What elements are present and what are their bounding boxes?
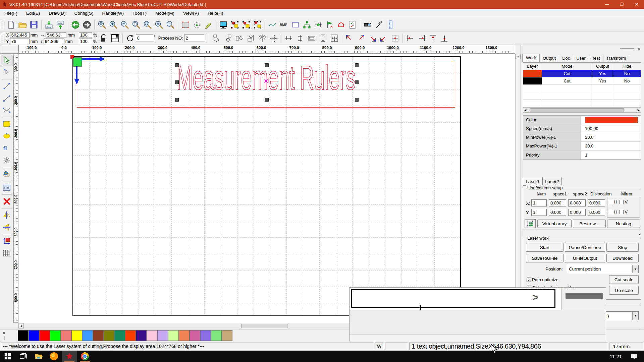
align-v-middle-icon[interactable] [317, 33, 329, 44]
edge-right-icon[interactable] [416, 33, 427, 44]
selection-handle[interactable] [175, 80, 179, 84]
align-center-icon[interactable] [329, 33, 340, 44]
corner-br-icon[interactable] [367, 33, 378, 44]
x-position-input[interactable]: 602.445 [10, 32, 30, 38]
array-preview-button[interactable] [525, 219, 536, 228]
pick-coordinate-icon[interactable] [373, 19, 385, 30]
delete-tool[interactable] [1, 196, 12, 207]
node-edit-pen-icon[interactable] [203, 19, 214, 30]
cut-scale-button[interactable]: Cut scale [609, 275, 639, 284]
tab-output[interactable]: Output [540, 55, 559, 62]
maximize-button[interactable]: ❐ [614, 0, 629, 9]
y-num-input[interactable]: 1 [531, 209, 547, 216]
color-swatch[interactable] [39, 330, 50, 341]
panel-close-icon[interactable]: ✕ [636, 46, 642, 51]
color-swatch[interactable] [125, 330, 136, 341]
download-button[interactable]: Download [606, 254, 639, 262]
scale-x-input[interactable]: 100 [79, 32, 92, 38]
mirror-width-icon[interactable] [234, 33, 245, 44]
ufile-output-button[interactable]: UFileOutput [565, 254, 605, 262]
y-dislocation-input[interactable]: 0.000 [588, 209, 605, 216]
height-input[interactable]: 94.866 [44, 39, 64, 44]
corner-bl-icon[interactable] [378, 33, 389, 44]
path-optimize-checkbox[interactable]: ✓ [527, 278, 531, 282]
rotate-angle-input[interactable]: 0 [136, 35, 153, 42]
color-swatch[interactable] [29, 330, 39, 341]
import-icon[interactable] [43, 19, 55, 30]
color-swatch[interactable] [61, 330, 71, 341]
line-tool[interactable] [1, 80, 12, 92]
zoom-view-icon[interactable] [165, 19, 176, 30]
canvas-vertical-scrollbar[interactable]: ▲ ▼ [515, 54, 521, 323]
save-to-ufile-button[interactable]: SaveToUFile [526, 254, 564, 262]
ellipse-tool[interactable] [1, 130, 12, 142]
x-space1-input[interactable]: 0.000 [549, 199, 566, 206]
menu-edit[interactable]: Edit(E) [22, 9, 44, 18]
layer-color-swatch[interactable] [523, 70, 542, 77]
y-mirror-v-checkbox[interactable] [619, 210, 624, 214]
cut-checklist-icon[interactable] [347, 19, 358, 30]
param-row-priority[interactable]: Priority 1 [523, 150, 641, 159]
zoom-page-icon[interactable] [130, 19, 142, 30]
corner-center-icon[interactable] [389, 33, 401, 44]
menu-config[interactable]: Config(S) [70, 9, 98, 18]
zoom-out-icon[interactable] [119, 19, 130, 30]
open-file-icon[interactable] [17, 19, 28, 30]
selection-handle[interactable] [265, 98, 269, 102]
corner-tl-icon[interactable] [344, 33, 355, 44]
color-swatch[interactable] [179, 330, 190, 341]
select-tool[interactable] [1, 55, 12, 66]
x-dislocation-input[interactable]: 0.000 [588, 199, 605, 206]
close-button[interactable]: ✕ [629, 0, 644, 9]
outline-rect-icon[interactable] [290, 19, 301, 30]
laser-head-icon[interactable] [335, 19, 347, 30]
laser2-tab[interactable]: Laser2 [542, 177, 562, 186]
rotate-icon[interactable] [124, 33, 136, 44]
align-h-middle-icon[interactable] [306, 33, 317, 44]
center-pick-icon[interactable] [191, 19, 203, 30]
tab-doc[interactable]: Doc [559, 55, 573, 62]
param-row-color[interactable]: Color [523, 116, 641, 124]
laser1-tab[interactable]: Laser1 [523, 177, 542, 186]
mirror-v-axis-icon[interactable] [268, 33, 279, 44]
drawing-canvas[interactable]: Measurement Rulers ✕ [18, 54, 515, 323]
redo-icon[interactable] [81, 19, 93, 30]
go-scale-button[interactable]: Go scale [609, 286, 639, 295]
process-no-input[interactable]: 2 [184, 35, 204, 42]
y-space2-input[interactable]: 0.000 [568, 209, 586, 216]
export-icon[interactable] [55, 19, 66, 30]
y-mirror-h-checkbox[interactable] [609, 210, 613, 214]
array-grid-tool[interactable] [1, 247, 12, 259]
combo-arrow-icon[interactable]: ▼ [632, 312, 638, 320]
virtual-array-button[interactable]: Virtual array [537, 220, 572, 228]
node-tree-icon[interactable] [301, 19, 313, 30]
set-origin-tool[interactable] [1, 235, 12, 247]
layer-table-scrollbar[interactable]: ◀ ▶ [523, 107, 641, 113]
color-swatch[interactable] [82, 330, 93, 341]
save-file-icon[interactable] [28, 19, 40, 30]
param-row-maxpower[interactable]: MaxPower(%)-1 30.0 [523, 142, 641, 150]
chevron-right-icon[interactable]: > [532, 292, 538, 303]
y-position-input[interactable]: 76 [10, 39, 30, 44]
file-explorer-button[interactable] [31, 351, 46, 362]
maxpower-value[interactable]: 30.0 [581, 142, 641, 150]
color-swatch[interactable] [190, 330, 200, 341]
selection-handle[interactable] [355, 63, 359, 67]
ungroup-tool-icon[interactable] [240, 19, 252, 30]
color-swatch[interactable] [157, 330, 168, 341]
rectangle-tool[interactable] [1, 118, 12, 130]
tab-user[interactable]: User [573, 55, 589, 62]
priority-value[interactable]: 1 [581, 150, 641, 159]
scrollbar-thumb[interactable] [530, 108, 624, 112]
scroll-up-icon[interactable]: ▲ [516, 54, 521, 59]
color-swatch[interactable] [71, 330, 82, 341]
minpower-value[interactable]: 30.0 [581, 133, 641, 141]
layer-row[interactable]: Cut Yes No [523, 77, 641, 85]
selection-handle[interactable] [175, 63, 179, 67]
layer-row[interactable]: Cut Yes No [523, 70, 641, 77]
notification-icon[interactable] [631, 353, 637, 360]
layer-color-value[interactable] [585, 117, 638, 123]
zoom-pan-icon[interactable] [96, 19, 108, 30]
mirror-rotate-tr-icon[interactable] [222, 33, 234, 44]
menu-tool[interactable]: Tool(T) [128, 9, 151, 18]
